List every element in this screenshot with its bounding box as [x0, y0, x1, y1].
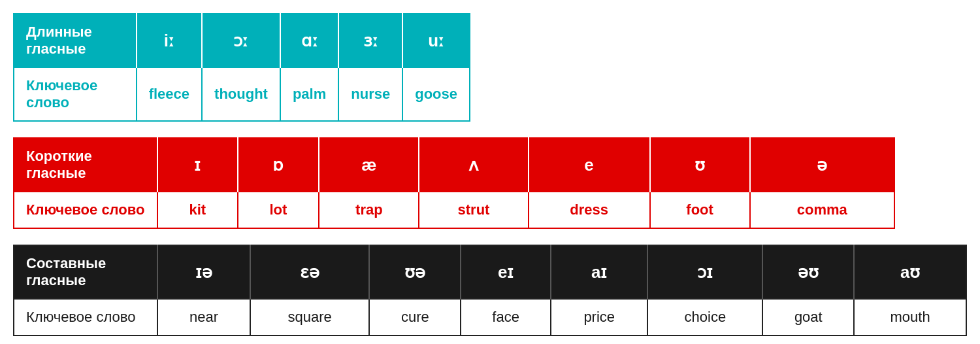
- diphthongs-symbol-5: ɔɪ: [647, 245, 762, 299]
- long-vowels-title: Длинные гласные: [14, 14, 137, 67]
- short-vowels-symbol-1: ɒ: [238, 138, 319, 192]
- long-vowels-word-row: Ключевое слово fleece thought palm nurse…: [14, 67, 470, 121]
- long-vowels-keyword-label: Ключевое слово: [14, 67, 137, 121]
- diphthongs-word-1: square: [250, 299, 369, 335]
- diphthongs-keyword-label: Ключевое слово: [14, 299, 157, 335]
- short-vowels-symbol-0: ɪ: [157, 138, 238, 192]
- diphthongs-symbol-2: ʊə: [369, 245, 461, 299]
- short-vowels-word-4: dress: [529, 192, 650, 228]
- diphthongs-word-5: choice: [647, 299, 762, 335]
- short-vowels-word-3: strut: [419, 192, 528, 228]
- long-vowels-symbol-1: ɔː: [202, 14, 280, 67]
- diphthongs-word-row: Ключевое слово near square cure face pri…: [14, 299, 966, 335]
- diphthongs-word-0: near: [157, 299, 250, 335]
- short-vowels-word-6: comma: [750, 192, 894, 228]
- short-vowels-symbol-2: æ: [319, 138, 419, 192]
- long-vowels-word-3: nurse: [338, 67, 402, 121]
- diphthongs-symbol-1: ɛə: [250, 245, 369, 299]
- long-vowels-symbol-0: iː: [137, 14, 202, 67]
- short-vowels-word-row: Ключевое слово kit lot trap strut dress …: [14, 192, 894, 228]
- short-vowels-word-5: foot: [650, 192, 750, 228]
- long-vowels-symbol-2: ɑː: [280, 14, 338, 67]
- diphthongs-symbol-7: aʊ: [854, 245, 966, 299]
- diphthongs-symbol-4: aɪ: [551, 245, 647, 299]
- diphthongs-section: Составные гласные ɪə ɛə ʊə eɪ aɪ ɔɪ əʊ a…: [13, 245, 967, 336]
- long-vowels-word-2: palm: [280, 67, 338, 121]
- long-vowels-word-4: goose: [402, 67, 470, 121]
- long-vowels-symbol-4: uː: [402, 14, 470, 67]
- diphthongs-title: Составные гласные: [14, 245, 157, 299]
- short-vowels-word-0: kit: [157, 192, 238, 228]
- short-vowels-symbol-5: ʊ: [650, 138, 750, 192]
- long-vowels-word-1: thought: [202, 67, 280, 121]
- short-vowels-word-2: trap: [319, 192, 419, 228]
- diphthongs-symbol-6: əʊ: [762, 245, 854, 299]
- short-vowels-symbol-3: ʌ: [419, 138, 528, 192]
- diphthongs-header-row: Составные гласные ɪə ɛə ʊə eɪ aɪ ɔɪ əʊ a…: [14, 245, 966, 299]
- short-vowels-keyword-label: Ключевое слово: [14, 192, 157, 228]
- diphthongs-symbol-3: eɪ: [461, 245, 551, 299]
- diphthongs-word-7: mouth: [854, 299, 966, 335]
- long-vowels-symbol-3: ɜː: [338, 14, 402, 67]
- short-vowels-word-1: lot: [238, 192, 319, 228]
- long-vowels-word-0: fleece: [137, 67, 202, 121]
- diphthongs-word-2: cure: [369, 299, 461, 335]
- diphthongs-word-6: goat: [762, 299, 854, 335]
- short-vowels-header-row: Короткие гласные ɪ ɒ æ ʌ e ʊ ə: [14, 138, 894, 192]
- short-vowels-title: Короткие гласные: [14, 138, 157, 192]
- short-vowels-symbol-4: e: [529, 138, 650, 192]
- diphthongs-symbol-0: ɪə: [157, 245, 250, 299]
- short-vowels-symbol-6: ə: [750, 138, 894, 192]
- long-vowels-header-row: Длинные гласные iː ɔː ɑː ɜː uː: [14, 14, 470, 67]
- long-vowels-section: Длинные гласные iː ɔː ɑː ɜː uː Ключевое …: [13, 13, 967, 122]
- diphthongs-word-3: face: [461, 299, 551, 335]
- diphthongs-word-4: price: [551, 299, 647, 335]
- short-vowels-section: Короткие гласные ɪ ɒ æ ʌ e ʊ ə Ключевое …: [13, 137, 967, 229]
